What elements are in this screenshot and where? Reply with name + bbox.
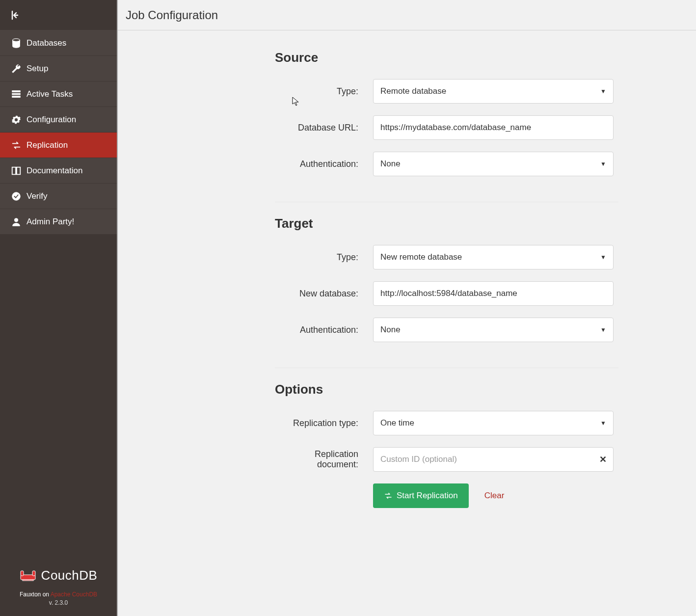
sidebar-nav: Databases Setup Active Tasks Configurati…	[0, 30, 117, 235]
footer-meta: Fauxton on Apache CouchDB	[0, 591, 117, 598]
options-section: Options Replication type: One time ▼ Rep…	[275, 382, 618, 522]
svg-rect-2	[12, 90, 21, 92]
target-type-select[interactable]: New remote database ▼	[373, 245, 614, 269]
svg-point-1	[13, 38, 20, 41]
svg-point-5	[12, 192, 21, 200]
exchange-icon	[384, 491, 393, 500]
target-auth-label: Authentication:	[275, 325, 373, 335]
logo-text: CouchDB	[41, 568, 98, 583]
footer-prefix: Fauxton on	[20, 591, 51, 598]
tasks-icon	[11, 89, 27, 100]
svg-rect-9	[32, 571, 35, 576]
sidebar-item-databases[interactable]: Databases	[0, 30, 117, 56]
options-title: Options	[275, 382, 618, 397]
clear-button[interactable]: Clear	[484, 491, 505, 501]
book-icon	[11, 165, 27, 176]
sidebar-footer: CouchDB Fauxton on Apache CouchDB v. 2.3…	[0, 568, 117, 606]
sidebar-item-label: Admin Party!	[27, 217, 74, 227]
logo: CouchDB	[0, 568, 117, 583]
close-icon: ✕	[599, 455, 607, 464]
sidebar-item-label: Setup	[27, 64, 48, 74]
source-title: Source	[275, 50, 618, 65]
sidebar-item-admin-party[interactable]: Admin Party!	[0, 209, 117, 235]
sidebar-item-label: Verify	[27, 191, 48, 201]
footer-version: v. 2.3.0	[0, 599, 117, 606]
source-type-select[interactable]: Remote database ▼	[373, 79, 614, 104]
source-auth-select[interactable]: None ▼	[373, 152, 614, 176]
sidebar-item-label: Documentation	[27, 166, 82, 176]
user-icon	[11, 216, 27, 227]
sidebar-item-replication[interactable]: Replication	[0, 133, 117, 158]
svg-rect-8	[21, 571, 24, 576]
check-circle-icon	[11, 191, 27, 202]
chevron-down-icon: ▼	[600, 326, 606, 333]
wrench-icon	[11, 63, 27, 74]
source-url-label: Database URL:	[275, 123, 373, 133]
target-title: Target	[275, 216, 618, 231]
collapse-sidebar-button[interactable]	[10, 9, 22, 21]
target-newdb-input[interactable]	[373, 281, 614, 306]
svg-rect-3	[12, 93, 21, 95]
page-title: Job Configuration	[126, 8, 218, 22]
sidebar-item-setup[interactable]: Setup	[0, 56, 117, 81]
replication-document-input[interactable]	[373, 447, 614, 472]
replication-document-label: Replication document:	[275, 449, 373, 470]
source-type-label: Type:	[275, 86, 373, 97]
chevron-down-icon: ▼	[600, 88, 606, 95]
svg-rect-10	[23, 580, 33, 581]
target-auth-value: None	[380, 325, 401, 335]
chevron-down-icon: ▼	[600, 161, 606, 167]
target-auth-select[interactable]: None ▼	[373, 318, 614, 342]
page-header: Job Configuration	[118, 0, 696, 30]
gear-icon	[11, 114, 27, 125]
start-replication-button[interactable]: Start Replication	[373, 483, 469, 508]
collapse-icon	[10, 9, 22, 21]
target-newdb-label: New database:	[275, 289, 373, 299]
sidebar-item-label: Databases	[27, 38, 66, 48]
chevron-down-icon: ▼	[600, 254, 606, 261]
sidebar-item-documentation[interactable]: Documentation	[0, 158, 117, 184]
replication-type-value: One time	[380, 418, 414, 428]
target-section: Target Type: New remote database ▼ New d…	[275, 216, 618, 368]
sidebar-item-verify[interactable]: Verify	[0, 184, 117, 209]
footer-link[interactable]: Apache CouchDB	[51, 591, 97, 598]
sidebar-top	[0, 0, 117, 30]
start-replication-label: Start Replication	[397, 491, 458, 501]
svg-point-6	[14, 218, 18, 221]
replication-type-label: Replication type:	[275, 418, 373, 429]
chevron-down-icon: ▼	[600, 420, 606, 427]
clear-input-button[interactable]: ✕	[599, 454, 607, 465]
source-auth-value: None	[380, 159, 401, 169]
sidebar: Databases Setup Active Tasks Configurati…	[0, 0, 117, 616]
source-auth-label: Authentication:	[275, 159, 373, 169]
source-url-input[interactable]	[373, 115, 614, 140]
svg-rect-4	[12, 96, 21, 97]
database-icon	[11, 38, 27, 49]
sidebar-item-label: Active Tasks	[27, 89, 73, 99]
sidebar-item-active-tasks[interactable]: Active Tasks	[0, 81, 117, 107]
sidebar-item-label: Replication	[27, 140, 68, 150]
source-section: Source Type: Remote database ▼ Database …	[275, 50, 618, 202]
target-type-value: New remote database	[380, 252, 462, 262]
sidebar-item-label: Configuration	[27, 115, 76, 125]
source-type-value: Remote database	[380, 86, 446, 96]
target-type-label: Type:	[275, 252, 373, 263]
exchange-icon	[11, 140, 27, 151]
main: Job Configuration Source Type: Remote da…	[117, 0, 696, 616]
replication-type-select[interactable]: One time ▼	[373, 411, 614, 435]
couchdb-logo-icon	[20, 569, 36, 583]
sidebar-item-configuration[interactable]: Configuration	[0, 107, 117, 133]
